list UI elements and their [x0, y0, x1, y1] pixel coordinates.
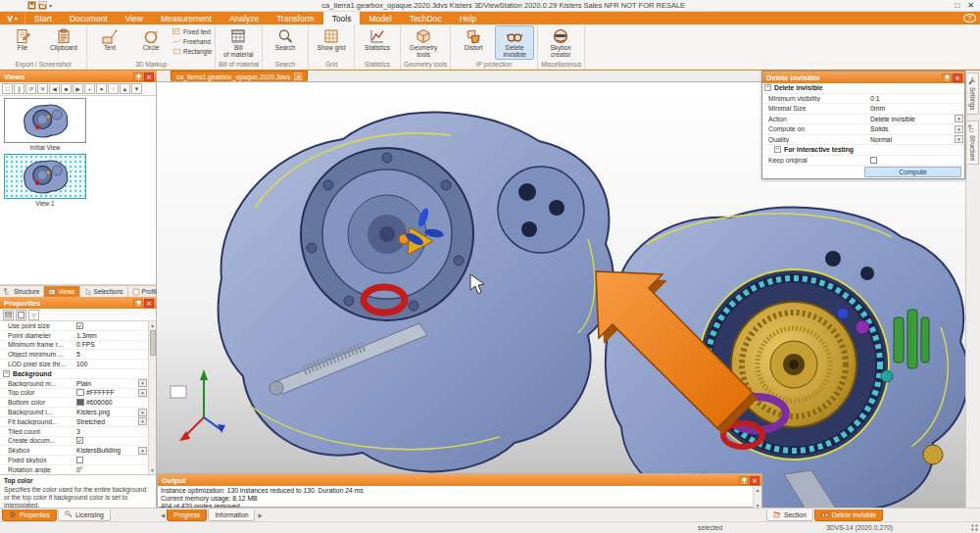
record-icon[interactable]: ● [96, 83, 107, 94]
ribbon-tab-model[interactable]: Model [360, 12, 400, 24]
gearbox-housing-left[interactable] [219, 112, 613, 471]
property-row-fixed-skybox[interactable]: Fixed skybox [0, 456, 156, 465]
property-row-point-diameter[interactable]: Point diameter1.3mm [0, 331, 156, 341]
tab-views[interactable]: Views [44, 286, 79, 297]
property-row-tiled-count[interactable]: Tiled count3 [0, 427, 156, 437]
delete-invisible-row-delete-invisible[interactable]: −Delete invisible [762, 83, 964, 94]
ribbon-button-file[interactable]: File [3, 25, 42, 53]
resize-grip[interactable] [971, 524, 979, 532]
ribbon-tab-transform[interactable]: Transform [268, 12, 322, 24]
delete-invisible-row-keep-original[interactable]: Keep original [762, 156, 964, 167]
close-icon[interactable]: ✕ [750, 476, 760, 485]
ribbon-tab-start[interactable]: Start [25, 12, 61, 24]
dropdown-icon[interactable]: ▾ [955, 135, 963, 143]
row-value[interactable]: Delete invisible [870, 116, 955, 122]
tab-structure[interactable]: Structure [0, 286, 44, 297]
delete-invisible-row-minimal-size[interactable]: Minimal Size0mm [762, 104, 964, 115]
pin-icon[interactable] [133, 73, 143, 81]
property-value[interactable]: Stretched [76, 418, 138, 425]
property-row-bottom-color[interactable]: Bottom color#606060 [0, 398, 156, 408]
property-row-create-docum[interactable]: Create docum...✓ [0, 437, 156, 447]
ribbon-button-distort[interactable]: Distort [454, 25, 493, 53]
property-row-background-i[interactable]: Background i...Kisters.png▾ [0, 408, 156, 417]
property-value[interactable]: #FFFFFF [76, 389, 138, 396]
bottom-tab-information[interactable]: Information [208, 509, 255, 521]
document-tab[interactable]: ca_tierra1.gearbox_opaque.2020.3dvs ✕ [171, 71, 308, 81]
property-value[interactable]: 0 FPS [76, 341, 156, 348]
scroll-thumb[interactable] [150, 330, 156, 356]
view-thumbnail-view-1[interactable]: View 1 [4, 154, 86, 208]
categorize-icon[interactable] [3, 310, 14, 320]
down-icon[interactable]: ▼ [131, 83, 142, 94]
ribbon-button-rectangle[interactable]: Rectangle [172, 47, 212, 56]
up-icon[interactable]: ▲ [120, 83, 130, 94]
ribbon-button-search[interactable]: Search [266, 25, 305, 53]
autohide-tab-structure[interactable]: Structure [967, 121, 979, 165]
ribbon-tab-techdoc[interactable]: TechDoc [401, 12, 451, 24]
property-value[interactable]: KistersBuilding [76, 447, 138, 454]
bottom-tab-licensing[interactable]: Licensing [58, 509, 111, 521]
property-value[interactable]: ✓ [76, 437, 156, 444]
bottom-tab-delete-invisible[interactable]: Delete invisible [814, 509, 884, 521]
dropdown-icon[interactable]: ▾ [138, 409, 147, 416]
property-value[interactable]: #606060 [76, 399, 156, 406]
ribbon-button-text[interactable]: Text [90, 25, 129, 53]
scroll-up-icon[interactable]: ▲ [756, 486, 760, 494]
ribbon-button-delete-invisible[interactable]: Delete invisible [495, 25, 534, 60]
close-icon[interactable]: ✕ [144, 73, 154, 81]
compute-button[interactable]: Compute [864, 167, 961, 177]
pin-icon[interactable] [739, 476, 749, 485]
ribbon-button-circle[interactable]: Circle [131, 25, 171, 53]
maximize-button[interactable]: □ [955, 1, 959, 10]
bottom-tab-progress[interactable]: Progress [167, 509, 207, 521]
row-value[interactable]: 0mm [870, 105, 964, 112]
scroll-up-icon[interactable]: ▲ [149, 321, 156, 329]
tab-selections[interactable]: Selections [80, 286, 128, 297]
previous-icon[interactable]: ◀ [49, 83, 60, 94]
application-menu-button[interactable]: V▾ [0, 12, 25, 24]
property-value[interactable]: ✓ [76, 322, 156, 329]
pin-icon[interactable] [133, 299, 143, 308]
tab-scroll-left-icon[interactable]: ◀ [159, 512, 167, 518]
delete-invisible-row-compute-on[interactable]: Compute onSolids▾ [762, 124, 964, 135]
bottom-tab-section[interactable]: Section [766, 509, 813, 521]
output-log[interactable]: ▲ ▼ Instance optimization: 130 instances… [158, 486, 761, 509]
pin-icon[interactable] [942, 73, 952, 82]
close-button[interactable]: ✕ [967, 1, 974, 10]
checkbox-icon[interactable]: ✓ [76, 322, 83, 329]
empty-icon[interactable]: ○ [108, 83, 119, 94]
ribbon-tab-help[interactable]: Help [451, 12, 485, 24]
ribbon-button-bill-of-material[interactable]: Bill of material [219, 25, 258, 60]
scroll-down-icon[interactable]: ▼ [149, 466, 156, 474]
ribbon-tab-analyze[interactable]: Analyze [220, 12, 268, 24]
property-value[interactable]: 100 [76, 361, 156, 367]
property-row-fit-background[interactable]: Fit background...Stretched▾ [0, 417, 156, 427]
ribbon-button-statistics[interactable]: Statistics [358, 25, 397, 53]
dropdown-icon[interactable]: ▾ [138, 389, 147, 397]
property-value[interactable]: Plain [76, 380, 138, 387]
pause-icon[interactable]: ∥ [14, 83, 24, 94]
add-icon[interactable]: + [84, 83, 95, 94]
checkbox-icon[interactable] [870, 157, 877, 164]
bottom-tab-properties[interactable]: Properties [2, 509, 57, 521]
ribbon-button-geometry-tools[interactable]: Geometry tools [404, 25, 443, 60]
property-grid-scrollbar[interactable]: ▲ ▼ [148, 321, 156, 474]
property-row-skybox[interactable]: SkyboxKistersBuilding▾ [0, 446, 156, 456]
property-row-object-minimum[interactable]: Object minimum ...5 [0, 350, 156, 360]
ribbon-button-show-grid[interactable]: Show grid [312, 25, 351, 53]
property-row-background[interactable]: −Background [0, 369, 156, 379]
next-icon[interactable]: ▶ [73, 83, 83, 94]
refresh-icon[interactable]: ↺ [25, 83, 36, 94]
property-value[interactable] [76, 457, 156, 463]
property-row-top-color[interactable]: Top color#FFFFFF▾ [0, 389, 156, 399]
property-value[interactable]: Kisters.png [76, 409, 138, 415]
row-value[interactable]: 0.1 [870, 95, 964, 102]
alphabetical-icon[interactable] [16, 310, 26, 320]
dropdown-icon[interactable]: ▾ [955, 115, 963, 122]
checkbox-icon[interactable]: ✓ [76, 437, 83, 444]
property-row-lod-pixel-size-thr[interactable]: LOD pixel size thr...100 [0, 360, 156, 369]
help-icon[interactable]: ? [963, 14, 976, 23]
row-value[interactable]: Normal [870, 136, 955, 143]
ribbon-button-skybox-creator[interactable]: Skybox creator [541, 25, 580, 60]
property-row-minimum-frame-r[interactable]: Minimum frame r...0 FPS [0, 341, 156, 351]
